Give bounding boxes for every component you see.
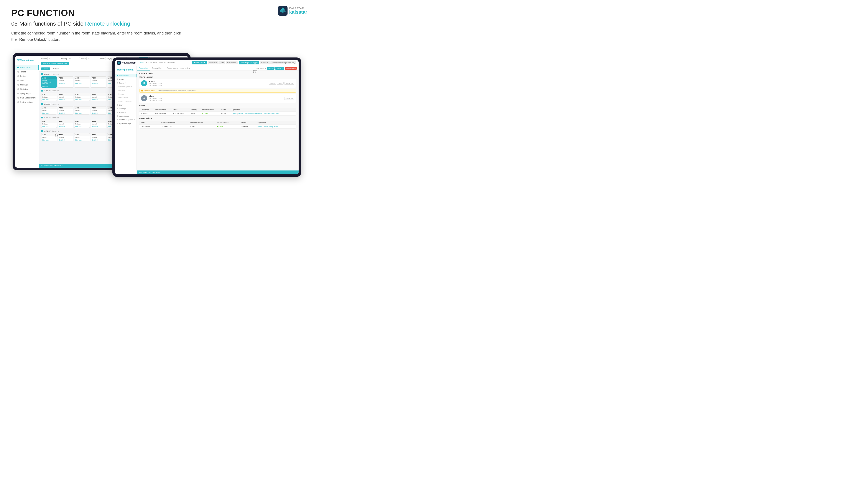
detail-nav-power-switch[interactable]: Power switch	[115, 96, 136, 100]
room-a103[interactable]: A103 Noback Bind lock	[74, 76, 90, 88]
checkout-badge[interactable]: Check out	[284, 82, 294, 85]
sidebar-item-device[interactable]: Device	[15, 74, 39, 78]
sidebar-dot	[18, 93, 19, 94]
floor-icon	[41, 73, 43, 75]
sidebar-item-tenant[interactable]: Tenant	[15, 70, 39, 74]
power-off-button[interactable]: Power off	[260, 61, 270, 64]
col-battery: Battery	[190, 108, 201, 112]
room-a402[interactable]: A402NobackBind lock	[58, 120, 73, 128]
room-a104-footer: Bind lock	[91, 82, 106, 85]
status-tab-noback[interactable]: Noback	[52, 67, 61, 70]
detail-nav-room-status[interactable]: Room status	[115, 74, 136, 77]
sidebar-item-query-report[interactable]: Query Report	[15, 91, 39, 96]
sidebar-item-room-status[interactable]: Room status	[15, 65, 39, 70]
detail-nav-elevator[interactable]: Elevator controller	[115, 100, 136, 103]
breadcrumb-back[interactable]: ← Back	[138, 62, 144, 64]
tab-association[interactable]: Association	[137, 66, 150, 70]
sidebar-dot	[18, 84, 19, 86]
col-hw-ver: hardwareVersion	[160, 121, 189, 125]
op-unbind[interactable]: Unbind	[238, 112, 243, 115]
sidebar-item-system-settings[interactable]: System settings	[15, 100, 39, 104]
op-power-record[interactable]: Power taking record	[264, 126, 278, 128]
detail-nav-tenant[interactable]: Tenant	[115, 77, 136, 81]
subtitle-highlight: Remote unlocking	[85, 21, 130, 27]
op-details[interactable]: Details	[232, 112, 237, 115]
sidebar-item-staff[interactable]: Staff	[15, 78, 39, 83]
sidebar-item-statistics[interactable]: Statistics	[15, 87, 39, 91]
room-a104-header: A104	[91, 76, 106, 79]
cell-hw-ver: YL-ZERO-V4	[160, 125, 189, 128]
restore-power-button[interactable]: Restore abnormal power supply	[270, 61, 297, 64]
tab-passage-mode[interactable]: Repeat passage mode setting	[165, 66, 192, 70]
detail-nav-system-settings[interactable]: System settings	[115, 122, 136, 125]
room-badge[interactable]: Room	[277, 82, 284, 85]
cell-operation: Details | Unbind | Synchronize lock deta…	[230, 111, 296, 116]
remote-power-button[interactable]: Remote power supply	[239, 61, 259, 64]
detail-nav-decoder[interactable]: Decoder	[115, 92, 136, 96]
handle-abnormal-button[interactable]: Handle abnormal with one click	[41, 62, 69, 65]
room-a202[interactable]: A202NobackBind lock	[58, 93, 73, 101]
room-a404[interactable]: A404NobackBind lock	[91, 120, 106, 128]
tab-room-picture[interactable]: Room picture	[150, 66, 165, 70]
name-badge[interactable]: Name	[269, 82, 276, 85]
op-delete[interactable]: Delete	[257, 126, 262, 128]
search-checkin-btn[interactable]: Search	[267, 67, 275, 70]
checkin-btn[interactable]: Check in	[275, 67, 284, 70]
detail-nav-card-mgmt[interactable]: Card Management ▾	[115, 118, 136, 122]
building-input[interactable]	[68, 57, 80, 60]
status-tab-normal[interactable]: Normal	[41, 67, 50, 70]
room-a204[interactable]: A204NobackBind lock	[91, 93, 106, 101]
guest-card-button[interactable]: Guest card	[208, 61, 219, 64]
detail-nav-lock-mgmt[interactable]: Lock management	[115, 85, 136, 89]
room-a101[interactable]: A101 NormalGR 50% ▼ 2Due in A... Check i…	[41, 76, 57, 88]
room-a501[interactable]: A501NobackBind lock	[41, 133, 57, 141]
room-a301[interactable]: A301NobackBind lock	[41, 106, 57, 115]
cell-name: A-A1-1F-A101	[172, 111, 190, 116]
allen-checkout-badge[interactable]: Check out	[284, 97, 294, 100]
front-app-logo: WisApartment	[117, 61, 136, 65]
room-a102[interactable]: A102 Noback Bind lock	[58, 76, 73, 88]
detail-nav-staff[interactable]: Staff	[115, 103, 136, 107]
detail-nav-gateway[interactable]: Gateway	[115, 89, 136, 92]
room-a201[interactable]: A201NobackBind lock	[41, 93, 57, 101]
room-a504[interactable]: A504NobackBind lock	[91, 133, 106, 141]
room-a104[interactable]: A104 Noback Bind lock	[91, 76, 106, 88]
detail-nav-query-report[interactable]: Query Report	[115, 114, 136, 118]
detail-nav-statistics[interactable]: Statistics	[115, 110, 136, 114]
detail-nav-device[interactable]: Device ▾	[115, 81, 136, 85]
room-a303[interactable]: A303NobackBind lock	[74, 106, 90, 115]
sidebar-item-card-mgmt[interactable]: Card Management	[15, 96, 39, 100]
room-a304[interactable]: A304NobackBind lock	[91, 106, 106, 115]
room-a403[interactable]: A403NobackBind lock	[74, 120, 90, 128]
op-sync[interactable]: Synchronize lock details	[245, 112, 262, 115]
op-update[interactable]: Update firmware info	[264, 112, 278, 115]
room-a502[interactable]: A502NobackBind lock	[58, 133, 73, 141]
checkout-all-btn[interactable]: Check all out	[285, 67, 297, 70]
online-checkin-card: S sunny 2022-11-02 13:002022-11-08 13:00…	[139, 79, 296, 88]
power-switch-title: Power switch	[139, 117, 296, 120]
desc-line1: Click the connected room number in the r…	[11, 31, 181, 35]
room-a203[interactable]: A203NobackBind lock	[74, 93, 90, 101]
house-input[interactable]	[47, 57, 59, 60]
sidebar-dot	[18, 75, 19, 77]
allen-dates: 2022-11-02 13:002022-11-16 13:00	[149, 97, 282, 101]
kaisstar-logo-icon	[278, 6, 287, 15]
floor-3f-icon	[41, 103, 43, 105]
sunny-dates: 2022-11-02 13:002022-11-08 13:00	[149, 83, 267, 86]
floor-input[interactable]	[86, 57, 98, 60]
remote-unlock-button[interactable]: Remote unlock	[192, 61, 207, 64]
sidebar-item-message[interactable]: Message	[15, 83, 39, 87]
detail-nav-message[interactable]: Message	[115, 107, 136, 110]
room-a101-footer: Check in	[41, 85, 57, 88]
action-buttons-row: Remote unlock Guest card Edit Delete roo…	[192, 61, 238, 64]
room-a401[interactable]: A401NobackBind lock	[41, 120, 57, 128]
floor-4f-icon	[41, 117, 43, 119]
delete-room-button[interactable]: Delete room	[226, 61, 238, 64]
room-a503[interactable]: A503NobackBind lock	[74, 133, 90, 141]
edit-button[interactable]: Edit	[219, 61, 225, 64]
breadcrumb-room-id: Room ID: IDRCruLk8-	[159, 62, 176, 64]
page-subtitle: 05-Main functions of PC side Remote unlo…	[11, 21, 305, 27]
room-a302[interactable]: A302NobackBind lock	[58, 106, 73, 115]
checkin-detail-title: Check in detail	[139, 72, 296, 75]
cell-mac: 10a4abc4d6	[139, 125, 160, 128]
